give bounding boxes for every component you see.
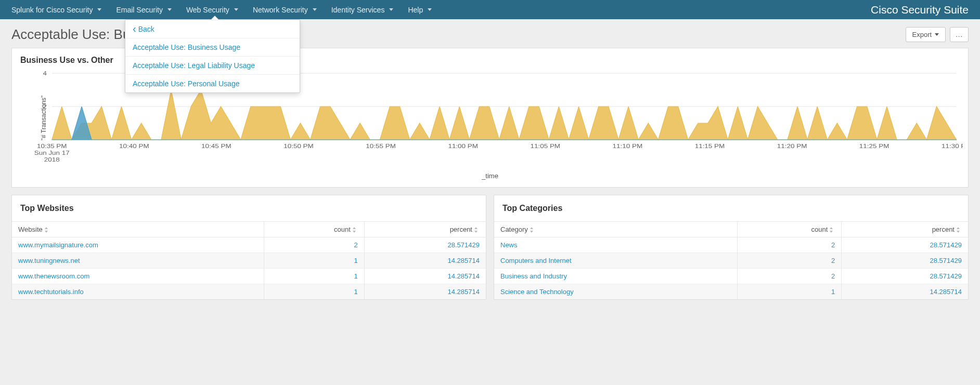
col-count[interactable]: count bbox=[737, 222, 841, 237]
cell[interactable]: 14.285714 bbox=[364, 269, 486, 284]
cell[interactable]: www.techtutorials.info bbox=[12, 284, 264, 300]
cell[interactable]: 28.571429 bbox=[842, 269, 968, 284]
nav-label: Email Security bbox=[116, 6, 162, 14]
cell[interactable]: 2 bbox=[737, 237, 841, 253]
nav-items: Splunk for Cisco Security Email Security… bbox=[4, 1, 439, 19]
dropdown-back-label: Back bbox=[138, 25, 154, 33]
svg-text:Sun Jun 17: Sun Jun 17 bbox=[34, 150, 70, 156]
nav-label: Web Security bbox=[186, 6, 229, 14]
dropdown-pointer-icon bbox=[211, 16, 218, 20]
web-security-dropdown: Back Acceptable Use: Business Usage Acce… bbox=[125, 19, 300, 93]
cell[interactable]: 1 bbox=[264, 269, 364, 284]
dropdown-back[interactable]: Back bbox=[125, 20, 300, 38]
cell[interactable]: 14.285714 bbox=[364, 284, 486, 300]
svg-text:10:40 PM: 10:40 PM bbox=[119, 143, 149, 150]
col-website[interactable]: Website bbox=[12, 222, 264, 237]
export-label: Export bbox=[912, 31, 932, 38]
dropdown-item-legal[interactable]: Acceptable Use: Legal Liability Usage bbox=[125, 56, 300, 74]
col-count[interactable]: count bbox=[264, 222, 364, 237]
svg-text:10:55 PM: 10:55 PM bbox=[366, 143, 396, 150]
nav-label: Help bbox=[408, 6, 423, 14]
tables-row: Top Websites Website count percent www.m… bbox=[0, 195, 980, 310]
nav-item-splunk-cisco[interactable]: Splunk for Cisco Security bbox=[4, 1, 109, 19]
top-websites-title: Top Websites bbox=[12, 195, 486, 221]
table-row: News228.571429 bbox=[494, 237, 968, 253]
nav-label: Identity Services bbox=[331, 6, 385, 14]
cell[interactable]: 2 bbox=[737, 253, 841, 269]
svg-text:11:25 PM: 11:25 PM bbox=[859, 143, 889, 150]
svg-text:10:45 PM: 10:45 PM bbox=[201, 143, 231, 150]
cell[interactable]: News bbox=[494, 237, 737, 253]
nav-item-identity-services[interactable]: Identity Services bbox=[324, 1, 401, 19]
cell[interactable]: 28.571429 bbox=[842, 237, 968, 253]
table-row: www.mymailsignature.com228.571429 bbox=[12, 237, 486, 253]
y-axis-label: "# Transactions" bbox=[40, 96, 47, 141]
svg-text:11:10 PM: 11:10 PM bbox=[613, 143, 643, 150]
nav-item-email-security[interactable]: Email Security bbox=[109, 1, 178, 19]
cell[interactable]: 28.571429 bbox=[842, 253, 968, 269]
svg-text:4: 4 bbox=[43, 70, 47, 77]
col-percent[interactable]: percent bbox=[364, 222, 486, 237]
top-nav: Splunk for Cisco Security Email Security… bbox=[0, 0, 980, 19]
col-percent[interactable]: percent bbox=[842, 222, 968, 237]
cell[interactable]: www.mymailsignature.com bbox=[12, 237, 264, 253]
cell[interactable]: www.tuningnews.net bbox=[12, 253, 264, 269]
svg-text:11:20 PM: 11:20 PM bbox=[777, 143, 807, 150]
nav-label: Network Security bbox=[253, 6, 308, 14]
more-icon: ... bbox=[956, 31, 963, 38]
svg-text:10:35 PM: 10:35 PM bbox=[37, 143, 67, 150]
svg-text:11:00 PM: 11:00 PM bbox=[448, 143, 478, 150]
top-websites-table: Website count percent www.mymailsignatur… bbox=[12, 221, 486, 299]
top-categories-panel: Top Categories Category count percent Ne… bbox=[494, 195, 969, 300]
table-row: www.thenewsroom.com114.285714 bbox=[12, 269, 486, 284]
svg-text:11:05 PM: 11:05 PM bbox=[530, 143, 560, 150]
cell[interactable]: 1 bbox=[264, 284, 364, 300]
cell[interactable]: 14.285714 bbox=[364, 253, 486, 269]
cell[interactable]: 28.571429 bbox=[364, 237, 486, 253]
nav-label: Splunk for Cisco Security bbox=[11, 6, 93, 14]
table-row: www.tuningnews.net114.285714 bbox=[12, 253, 486, 269]
header-actions: Export ... bbox=[906, 27, 969, 42]
dropdown-item-personal[interactable]: Acceptable Use: Personal Usage bbox=[125, 74, 300, 92]
cell[interactable]: 2 bbox=[737, 269, 841, 284]
nav-item-network-security[interactable]: Network Security bbox=[246, 1, 324, 19]
cell[interactable]: 14.285714 bbox=[842, 284, 968, 300]
svg-text:2018: 2018 bbox=[44, 156, 60, 163]
table-row: www.techtutorials.info114.285714 bbox=[12, 284, 486, 300]
export-button[interactable]: Export bbox=[906, 27, 946, 42]
cell[interactable]: 1 bbox=[264, 253, 364, 269]
more-button[interactable]: ... bbox=[950, 27, 969, 42]
table-row: Business and Industry228.571429 bbox=[494, 269, 968, 284]
cell[interactable]: Science and Technology bbox=[494, 284, 737, 300]
top-categories-table: Category count percent News228.571429Com… bbox=[494, 221, 968, 299]
x-axis-label: _time bbox=[12, 168, 968, 187]
svg-text:11:30 PM: 11:30 PM bbox=[942, 143, 963, 150]
cell[interactable]: 2 bbox=[264, 237, 364, 253]
dropdown-item-business[interactable]: Acceptable Use: Business Usage bbox=[125, 38, 300, 56]
cell[interactable]: Business and Industry bbox=[494, 269, 737, 284]
svg-text:10:50 PM: 10:50 PM bbox=[283, 143, 314, 150]
cell[interactable]: Computers and Internet bbox=[494, 253, 737, 269]
nav-item-help[interactable]: Help bbox=[401, 1, 439, 19]
cell[interactable]: www.thenewsroom.com bbox=[12, 269, 264, 284]
table-row: Science and Technology114.285714 bbox=[494, 284, 968, 300]
top-categories-title: Top Categories bbox=[494, 195, 968, 221]
col-category[interactable]: Category bbox=[494, 222, 737, 237]
svg-text:11:15 PM: 11:15 PM bbox=[695, 143, 725, 150]
top-websites-panel: Top Websites Website count percent www.m… bbox=[11, 195, 486, 300]
brand-title: Cisco Security Suite bbox=[871, 4, 976, 16]
table-row: Computers and Internet228.571429 bbox=[494, 253, 968, 269]
cell[interactable]: 1 bbox=[737, 284, 841, 300]
